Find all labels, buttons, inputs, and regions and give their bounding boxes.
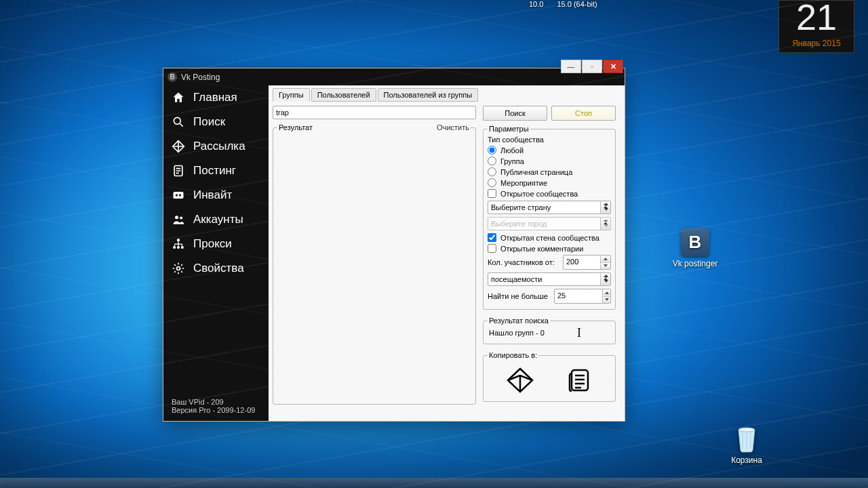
sidebar: Главная Поиск Рассылка Постинг — [163, 85, 269, 421]
members-from-input[interactable] — [564, 256, 600, 268]
main-panel: Группы Пользователей Пользователей из гр… — [269, 85, 625, 421]
sidebar-item-label: Аккаунты — [193, 213, 243, 226]
sidebar-item-proxy[interactable]: Прокси — [163, 232, 269, 256]
city-select: Выберите город — [488, 217, 611, 230]
spinner-buttons[interactable] — [600, 256, 610, 269]
titlebar[interactable]: B Vk Posting — [163, 68, 625, 85]
svg-point-8 — [177, 239, 180, 241]
sidebar-item-label: Главная — [193, 91, 237, 104]
copy-to-mailing-button[interactable] — [502, 365, 538, 396]
check-open-community[interactable]: Открытое сообщества — [488, 189, 611, 198]
sort-select[interactable]: посещаемости — [488, 272, 611, 286]
app-title: Vk Posting — [181, 73, 220, 82]
svg-point-5 — [179, 194, 181, 196]
users-icon — [170, 213, 186, 226]
found-count: Нашло групп - 0 — [488, 327, 611, 340]
version-label: Версия Pro - 2099-12-09 — [172, 406, 260, 414]
desktop-icon-recycle-bin[interactable]: Корзина — [716, 424, 777, 465]
members-from-spinner[interactable] — [563, 255, 611, 270]
svg-point-4 — [176, 194, 178, 196]
window-close-button[interactable]: ✕ — [603, 60, 623, 73]
window-maximize-button[interactable]: ▫ — [582, 60, 602, 73]
result-panel: Результат Очистить — [273, 123, 476, 405]
clock-day: 21 — [779, 0, 854, 36]
check-open-comments[interactable]: Открытые комментарии — [488, 244, 611, 253]
community-type-label: Тип сообщества — [488, 136, 611, 144]
result-legend: Результат — [279, 123, 313, 131]
parameters-panel: Параметры Тип сообщества Любой Группа Пу… — [483, 125, 616, 310]
radio-public-page[interactable]: Публичная страница — [488, 167, 611, 176]
tab-groups[interactable]: Группы — [273, 88, 310, 102]
svg-point-1 — [174, 117, 180, 124]
app-window: — ▫ ✕ B Vk Posting Главная Поиск — [163, 68, 625, 422]
copy-panel: Копировать в: — [483, 351, 616, 402]
sidebar-item-label: Постинг — [193, 164, 236, 178]
svg-point-10 — [177, 246, 180, 249]
svg-point-0 — [738, 428, 755, 432]
copy-to-posting-button[interactable] — [561, 365, 597, 396]
search-icon — [170, 115, 186, 129]
find-max-label: Найти не больше — [488, 292, 550, 300]
home-icon — [170, 91, 186, 104]
sidebar-item-settings[interactable]: Свойства — [163, 256, 269, 281]
copy-legend: Копировать в: — [488, 351, 538, 359]
desktop-icon-label: Vk postinger — [665, 259, 726, 268]
gear-icon — [170, 262, 186, 275]
sidebar-item-invite[interactable]: Инвайт — [163, 183, 269, 207]
radio-group[interactable]: Группа — [488, 157, 611, 165]
desktop-icon-label: Корзина — [716, 455, 777, 465]
vk-logo-icon: B — [681, 228, 709, 256]
svg-point-11 — [181, 246, 184, 249]
svg-rect-3 — [174, 192, 184, 199]
sidebar-item-posting[interactable]: Постинг — [163, 159, 269, 183]
svg-point-12 — [177, 267, 180, 270]
result-list[interactable] — [277, 134, 471, 400]
search-result-legend: Результат поиска — [488, 317, 550, 325]
sidebar-item-label: Свойства — [193, 262, 244, 275]
invite-icon — [170, 188, 186, 202]
check-open-wall[interactable]: Открытая стена сообщества — [488, 233, 611, 242]
recycle-bin-icon — [732, 424, 761, 453]
background-app-hint: 10.015.0 (64-bit) — [529, 0, 611, 8]
sidebar-item-label: Прокси — [193, 237, 232, 251]
members-from-label: Кол. участников от: — [488, 258, 559, 266]
window-minimize-button[interactable]: — — [561, 60, 581, 73]
taskbar[interactable] — [0, 478, 868, 488]
sidebar-footer: Ваш VPid - 209 Версия Pro - 2099-12-09 — [163, 392, 269, 421]
tab-users[interactable]: Пользователей — [311, 88, 376, 102]
tabs: Группы Пользователей Пользователей из гр… — [273, 88, 619, 102]
parameters-legend: Параметры — [488, 125, 530, 133]
tab-users-from-group[interactable]: Пользователей из группы — [378, 88, 479, 102]
network-icon — [170, 237, 186, 251]
app-icon: B — [167, 73, 177, 82]
radio-event[interactable]: Мероприятие — [488, 178, 611, 187]
search-button[interactable]: Поиск — [483, 106, 547, 121]
send-icon — [170, 140, 186, 153]
sidebar-item-label: Инвайт — [193, 188, 232, 202]
sidebar-item-home[interactable]: Главная — [163, 85, 269, 110]
sidebar-item-accounts[interactable]: Аккаунты — [163, 207, 269, 232]
desktop-icon-vkpostinger[interactable]: B Vk postinger — [665, 228, 726, 268]
vpid-label: Ваш VPid - 209 — [172, 398, 260, 406]
sidebar-item-search[interactable]: Поиск — [163, 110, 269, 134]
document-icon — [170, 164, 186, 178]
svg-point-7 — [180, 216, 182, 219]
clock-gadget: 21 Январь 2015 — [778, 0, 854, 53]
sidebar-item-label: Поиск — [193, 115, 225, 129]
sidebar-item-label: Рассылка — [193, 140, 245, 153]
search-query-input[interactable] — [273, 106, 476, 119]
clock-month: Январь 2015 — [779, 36, 854, 52]
radio-any[interactable]: Любой — [488, 146, 611, 155]
country-select[interactable]: Выберите страну — [488, 201, 611, 214]
clear-link[interactable]: Очистить — [437, 123, 469, 131]
stop-button[interactable]: Стоп — [551, 106, 616, 121]
svg-point-6 — [175, 216, 178, 219]
sidebar-item-mailing[interactable]: Рассылка — [163, 134, 269, 159]
search-result-panel: Результат поиска Нашло групп - 0 — [483, 317, 616, 344]
find-max-input[interactable] — [555, 289, 602, 302]
spinner-buttons[interactable] — [602, 289, 610, 303]
svg-point-9 — [173, 246, 176, 249]
find-max-spinner[interactable] — [554, 289, 611, 304]
